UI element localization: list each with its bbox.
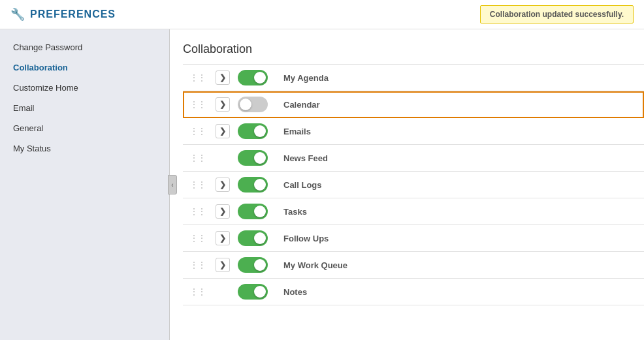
header-title: 🔧 PREFERENCES: [10, 7, 116, 22]
toggle-knob: [254, 152, 266, 164]
app-container: 🔧 PREFERENCES Collaboration updated succ…: [0, 0, 644, 340]
toggle-tasks[interactable]: [238, 204, 268, 219]
sidebar-item-change-password[interactable]: Change Password: [0, 37, 169, 57]
sidebar-item-email[interactable]: Email: [0, 98, 169, 118]
toggle-news-feed[interactable]: [238, 150, 268, 166]
content-area: Collaboration ⋮⋮❯My Agenda⋮⋮❯Calendar⋮⋮❯…: [170, 29, 644, 340]
item-label-notes: Notes: [277, 287, 307, 297]
expand-button[interactable]: ❯: [216, 178, 230, 192]
sidebar-nav: Change PasswordCollaborationCustomize Ho…: [0, 37, 169, 159]
item-label-call-logs: Call Logs: [277, 180, 322, 190]
toggle-knob: [254, 179, 266, 191]
table-row: ⋮⋮❯Call Logs: [183, 172, 644, 198]
toggle-knob: [254, 232, 266, 244]
sidebar-item-collaboration[interactable]: Collaboration: [0, 57, 169, 78]
item-label-my-work-queue: My Work Queue: [277, 260, 347, 270]
expand-button[interactable]: ❯: [216, 204, 230, 219]
wrench-icon: 🔧: [10, 7, 25, 22]
drag-handle-icon[interactable]: ⋮⋮: [187, 260, 208, 270]
table-row: ⋮⋮❯Emails: [183, 118, 644, 145]
table-row: ⋮⋮❯My Agenda: [183, 65, 644, 91]
item-label-tasks: Tasks: [277, 207, 307, 217]
expand-button[interactable]: ❯: [216, 70, 230, 85]
toggle-knob: [254, 72, 266, 84]
toggle-notes[interactable]: [238, 284, 268, 300]
expand-button[interactable]: ❯: [216, 231, 230, 245]
drag-handle-icon[interactable]: ⋮⋮: [187, 286, 208, 297]
table-row: ⋮⋮News Feed: [183, 145, 644, 172]
page-title: Collaboration: [183, 42, 644, 56]
sidebar-item-customize-home[interactable]: Customize Home: [0, 78, 169, 98]
drag-handle-icon[interactable]: ⋮⋮: [187, 153, 208, 163]
table-row: ⋮⋮❯My Work Queue: [183, 252, 644, 279]
sidebar: Change PasswordCollaborationCustomize Ho…: [0, 29, 170, 340]
sidebar-item-my-status[interactable]: My Status: [0, 138, 169, 159]
success-banner: Collaboration updated successfully.: [480, 5, 634, 23]
item-label-calendar: Calendar: [277, 100, 320, 110]
drag-handle-icon[interactable]: ⋮⋮: [187, 99, 208, 110]
toggle-my-work-queue[interactable]: [238, 257, 268, 273]
item-label-follow-ups: Follow Ups: [277, 234, 329, 243]
drag-handle-icon[interactable]: ⋮⋮: [187, 126, 208, 136]
item-label-my-agenda: My Agenda: [277, 73, 329, 83]
toggle-knob: [254, 286, 266, 298]
table-row: ⋮⋮Notes: [183, 279, 644, 305]
toggle-calendar[interactable]: [238, 97, 268, 112]
toggle-my-agenda[interactable]: [238, 70, 268, 85]
drag-handle-icon[interactable]: ⋮⋮: [187, 179, 208, 190]
sidebar-collapse-button[interactable]: ‹: [168, 175, 177, 194]
sidebar-item-general[interactable]: General: [0, 118, 169, 138]
header: 🔧 PREFERENCES Collaboration updated succ…: [0, 0, 644, 29]
item-label-news-feed: News Feed: [277, 153, 328, 163]
expand-button[interactable]: ❯: [216, 124, 230, 138]
toggle-knob: [254, 125, 266, 137]
toggle-follow-ups[interactable]: [238, 230, 268, 246]
drag-handle-icon[interactable]: ⋮⋮: [187, 233, 208, 243]
expand-button[interactable]: ❯: [216, 258, 230, 272]
drag-handle-icon[interactable]: ⋮⋮: [187, 206, 208, 217]
toggle-emails[interactable]: [238, 123, 268, 139]
item-label-emails: Emails: [277, 127, 311, 136]
toggle-knob: [240, 99, 251, 110]
main-layout: Change PasswordCollaborationCustomize Ho…: [0, 29, 644, 340]
table-row: ⋮⋮❯Tasks: [183, 198, 644, 225]
table-row: ⋮⋮❯Calendar: [183, 91, 644, 118]
collaboration-table: ⋮⋮❯My Agenda⋮⋮❯Calendar⋮⋮❯Emails⋮⋮News F…: [183, 64, 644, 305]
app-title: PREFERENCES: [30, 8, 116, 20]
expand-button[interactable]: ❯: [216, 97, 230, 112]
table-row: ⋮⋮❯Follow Ups: [183, 225, 644, 252]
toggle-knob: [254, 259, 266, 271]
drag-handle-icon[interactable]: ⋮⋮: [187, 72, 208, 83]
toggle-call-logs[interactable]: [238, 177, 268, 193]
toggle-knob: [254, 206, 266, 217]
